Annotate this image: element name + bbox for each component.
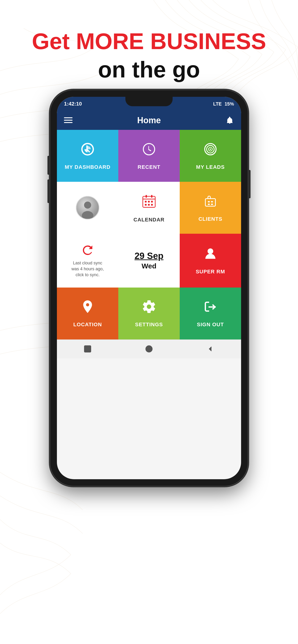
svg-point-10 (82, 211, 94, 220)
svg-rect-18 (148, 204, 150, 206)
location-cell[interactable]: LOCATION (57, 288, 118, 340)
phone-notch (126, 97, 172, 106)
svg-rect-21 (208, 201, 210, 202)
profile-avatar (76, 196, 100, 220)
superm-label: SUPER RM (196, 269, 225, 275)
superm-icon (203, 246, 218, 265)
svg-rect-19 (151, 204, 153, 206)
hamburger-button[interactable] (64, 116, 72, 125)
clients-icon (203, 194, 218, 212)
hero-line1: Get MORE BUSINESS (0, 28, 298, 54)
svg-rect-16 (151, 201, 153, 202)
svg-rect-26 (84, 346, 91, 352)
svg-rect-12 (146, 195, 147, 198)
recent-icon (142, 142, 156, 160)
sync-text: Last cloud sync was 4 hours ago, click t… (69, 260, 106, 278)
hero-section: Get MORE BUSINESS on the go (0, 28, 298, 82)
svg-rect-1 (64, 120, 72, 121)
nav-square-button[interactable] (82, 343, 94, 355)
phone-mockup: 1:42:10 LTE 15% Home (50, 90, 248, 486)
date-cell[interactable]: 29 Sep Wed (118, 234, 180, 288)
leads-cell[interactable]: MY LEADS (180, 130, 241, 182)
status-icons: LTE 15% (213, 101, 234, 107)
notification-button[interactable] (226, 116, 234, 125)
power-button (248, 170, 250, 198)
calendar-cell[interactable]: CALENDAR (118, 182, 180, 234)
settings-label: SETTINGS (135, 322, 163, 328)
svg-rect-24 (211, 204, 213, 205)
dashboard-icon (80, 142, 95, 160)
vol-down-button (48, 180, 50, 203)
svg-rect-13 (151, 195, 152, 198)
superm-cell[interactable]: SUPER RM (180, 234, 241, 288)
dashboard-cell[interactable]: MY DASHBOARD (57, 130, 118, 182)
app-header-title: Home (137, 116, 161, 125)
svg-rect-20 (206, 198, 216, 206)
location-label: LOCATION (73, 322, 102, 328)
settings-icon (142, 299, 156, 318)
app-header: Home (57, 111, 241, 130)
clients-cell[interactable]: CLIENTS (180, 182, 241, 234)
sync-cell[interactable]: Last cloud sync was 4 hours ago, click t… (57, 234, 118, 288)
recent-cell[interactable]: RECENT (118, 130, 180, 182)
svg-rect-15 (148, 201, 150, 202)
nav-home-button[interactable] (143, 343, 155, 355)
svg-rect-2 (64, 122, 72, 123)
phone-screen: 1:42:10 LTE 15% Home (57, 97, 241, 479)
svg-point-9 (84, 202, 91, 209)
svg-point-7 (210, 148, 211, 150)
recent-label: RECENT (138, 164, 160, 170)
svg-rect-0 (64, 117, 72, 118)
hero-line2: on the go (0, 57, 298, 82)
phone-shell: 1:42:10 LTE 15% Home (50, 90, 248, 486)
calendar-label: CALENDAR (134, 217, 164, 223)
signout-label: SIGN OUT (197, 322, 224, 328)
clients-label: CLIENTS (198, 216, 222, 222)
status-bar: 1:42:10 LTE 15% (57, 97, 241, 111)
leads-icon (203, 142, 218, 160)
nav-back-button[interactable] (204, 343, 216, 355)
signout-cell[interactable]: SIGN OUT (180, 288, 241, 340)
status-time: 1:42:10 (64, 101, 82, 107)
signout-icon (203, 299, 218, 318)
location-icon (80, 299, 95, 318)
svg-point-25 (208, 248, 213, 254)
bottom-nav (57, 340, 241, 358)
svg-rect-14 (145, 201, 147, 202)
sync-icon (80, 243, 95, 258)
profile-cell[interactable] (57, 182, 118, 234)
date-day: Wed (142, 262, 156, 270)
svg-rect-17 (145, 204, 147, 206)
vol-up-button (48, 156, 50, 175)
leads-label: MY LEADS (196, 164, 224, 170)
svg-rect-23 (208, 204, 210, 205)
network-icon: LTE (213, 101, 222, 107)
battery-icon: 15% (224, 101, 234, 107)
app-grid: MY DASHBOARD RECENT (57, 130, 241, 340)
date-display: 29 Sep (134, 251, 164, 261)
svg-rect-22 (211, 201, 213, 202)
svg-point-27 (146, 346, 152, 352)
dashboard-label: MY DASHBOARD (65, 164, 110, 170)
settings-cell[interactable]: SETTINGS (118, 288, 180, 340)
calendar-icon (141, 193, 157, 213)
